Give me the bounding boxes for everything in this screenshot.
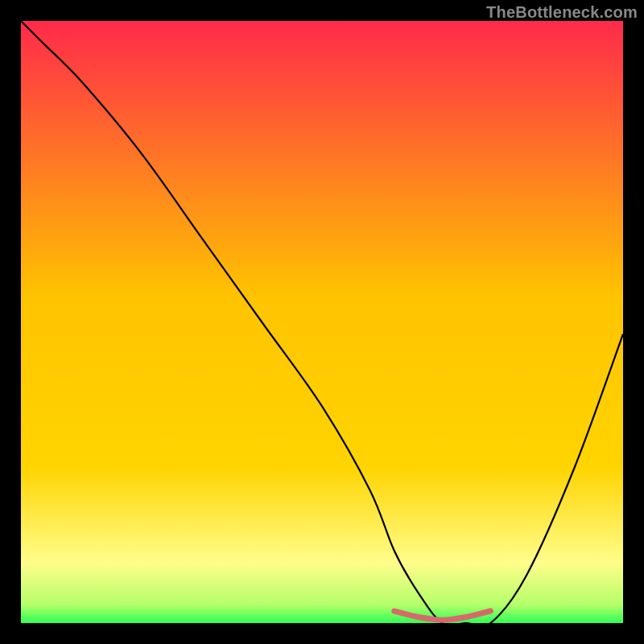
gradient-background xyxy=(21,21,623,623)
attribution-label: TheBottleneck.com xyxy=(486,3,638,22)
chart-svg xyxy=(21,21,623,623)
chart-container: TheBottleneck.com xyxy=(0,0,644,644)
plot-area xyxy=(21,21,623,623)
